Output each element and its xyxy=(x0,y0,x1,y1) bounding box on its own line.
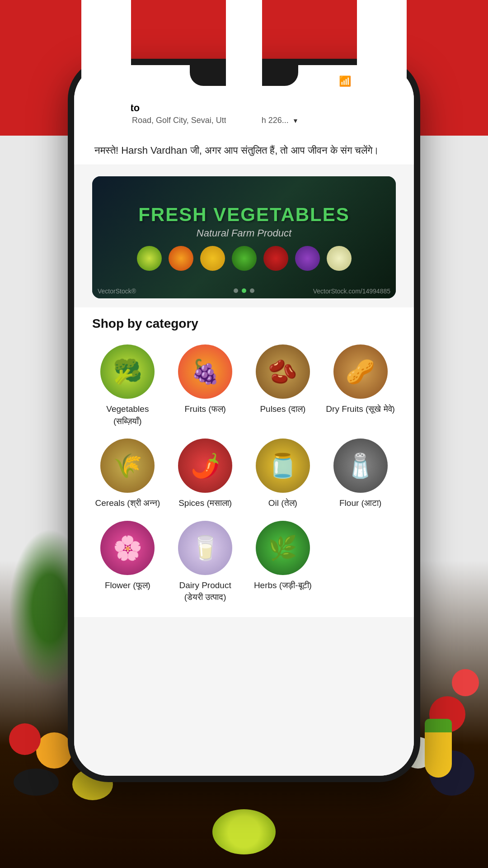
signal-icon: 📶 xyxy=(339,75,351,87)
category-img-cereals: 🌾 xyxy=(100,439,155,493)
fruit-raspberry xyxy=(452,669,479,696)
category-label-flour: Flour (आटा) xyxy=(339,497,381,509)
banner-watermark-left: VectorStock® xyxy=(98,288,136,295)
category-img-flour: 🧂 xyxy=(333,439,388,493)
category-img-dryfruits: 🥜 xyxy=(333,344,388,399)
category-icon-herbs: 🌿 xyxy=(268,536,297,560)
category-label-fruits: Fruits (फल) xyxy=(184,403,225,415)
address-dropdown-icon[interactable]: ▼ xyxy=(292,117,299,124)
category-label-oil: Oil (तेल) xyxy=(268,497,297,509)
category-img-dairy: 🥛 xyxy=(178,521,232,575)
main-scroll-area[interactable]: FRESH VEGETABLES Natural Farm Product Ve… xyxy=(74,165,414,776)
fruit-dark xyxy=(14,769,59,796)
section-title: Shop by category xyxy=(92,316,396,331)
category-icon-oil: 🫙 xyxy=(268,454,297,477)
banner-visual: FRESH VEGETABLES Natural Farm Product Ve… xyxy=(92,176,396,298)
category-icon-vegetables: 🥦 xyxy=(113,360,142,383)
category-icon-fruits: 🍇 xyxy=(191,360,220,383)
veggie-eggplant xyxy=(295,246,320,271)
category-item-oil[interactable]: 🫙Oil (तेल) xyxy=(248,439,319,509)
category-label-flower: Flower (फूल) xyxy=(105,580,150,592)
veggie-cabbage xyxy=(137,246,162,271)
awning-stripe-3 xyxy=(226,0,262,131)
category-item-fruits[interactable]: 🍇Fruits (फल) xyxy=(170,344,241,427)
category-item-vegetables[interactable]: 🥦Vegetables (सब्ज़ियाँ) xyxy=(92,344,163,427)
category-img-spices: 🌶️ xyxy=(178,439,232,493)
category-item-pulses[interactable]: 🫘Pulses (दाल) xyxy=(248,344,319,427)
category-item-dairy[interactable]: 🥛Dairy Product (डेयरी उत्पाद) xyxy=(170,521,241,604)
category-icon-flower: 🌸 xyxy=(113,536,142,560)
banner-dot-3[interactable] xyxy=(250,288,254,293)
veggie-pumpkin xyxy=(169,246,193,271)
awning-stripe-2 xyxy=(357,0,407,131)
category-icon-flour: 🧂 xyxy=(346,454,375,477)
veggie-corn xyxy=(200,246,225,271)
veggie-mushroom xyxy=(327,246,352,271)
banner-watermark-right: VectorStock.com/14994885 xyxy=(313,288,390,295)
category-label-vegetables: Vegetables (सब्ज़ियाँ) xyxy=(92,403,163,427)
veggie-green xyxy=(232,246,257,271)
category-img-pulses: 🫘 xyxy=(256,344,310,399)
category-section: Shop by category 🥦Vegetables (सब्ज़ियाँ)… xyxy=(74,307,414,617)
category-img-oil: 🫙 xyxy=(256,439,310,493)
category-label-herbs: Herbs (जड़ी-बूटी) xyxy=(254,580,312,592)
category-item-flour[interactable]: 🧂Flour (आटा) xyxy=(325,439,396,509)
pineapple xyxy=(425,719,452,778)
category-img-herbs: 🌿 xyxy=(256,521,310,575)
bottom-spacer xyxy=(74,617,414,653)
banner-dot-2[interactable] xyxy=(242,288,246,293)
fruit-orange xyxy=(36,732,72,769)
category-img-fruits: 🍇 xyxy=(178,344,232,399)
category-item-flower[interactable]: 🌸Flower (फूल) xyxy=(92,521,163,604)
category-item-cereals[interactable]: 🌾Cereals (श्री अन्न) xyxy=(92,439,163,509)
category-icon-pulses: 🫘 xyxy=(268,360,297,383)
category-label-spices: Spices (मसाला) xyxy=(178,497,232,509)
category-item-herbs[interactable]: 🌿Herbs (जड़ी-बूटी) xyxy=(248,521,319,604)
lime-center xyxy=(212,809,276,854)
phone-frame: 5:10 📶 🔋 22% Deliver to Unnamed Road, Go… xyxy=(68,59,420,782)
banner-title: FRESH VEGETABLES xyxy=(138,204,350,226)
category-img-vegetables: 🥦 xyxy=(100,344,155,399)
category-grid: 🥦Vegetables (सब्ज़ियाँ)🍇Fruits (फल)🫘Puls… xyxy=(92,344,396,604)
category-icon-dairy: 🥛 xyxy=(191,536,220,560)
category-icon-spices: 🌶️ xyxy=(191,454,220,477)
fruit-red xyxy=(9,723,41,755)
greeting-text: नमस्ते! Harsh Vardhan जी, अगर आप संतुलित… xyxy=(94,143,394,158)
category-img-flower: 🌸 xyxy=(100,521,155,575)
veggie-tomato xyxy=(263,246,288,271)
category-label-dairy: Dairy Product (डेयरी उत्पाद) xyxy=(170,580,241,604)
promo-banner[interactable]: FRESH VEGETABLES Natural Farm Product Ve… xyxy=(92,176,396,298)
awning-stripe-1 xyxy=(81,0,131,131)
category-item-dryfruits[interactable]: 🥜Dry Fruits (सूखे मेवे) xyxy=(325,344,396,427)
banner-veggies xyxy=(137,246,352,271)
banner-dots xyxy=(234,288,254,293)
category-item-spices[interactable]: 🌶️Spices (मसाला) xyxy=(170,439,241,509)
category-label-dryfruits: Dry Fruits (सूखे मेवे) xyxy=(326,403,395,415)
category-icon-dryfruits: 🥜 xyxy=(346,360,375,383)
phone-screen: 5:10 📶 🔋 22% Deliver to Unnamed Road, Go… xyxy=(74,65,414,776)
greeting-section: नमस्ते! Harsh Vardhan जी, अगर आप संतुलित… xyxy=(74,136,414,165)
category-icon-cereals: 🌾 xyxy=(113,454,142,477)
category-label-cereals: Cereals (श्री अन्न) xyxy=(95,497,160,509)
category-label-pulses: Pulses (दाल) xyxy=(260,403,305,415)
banner-subtitle: Natural Farm Product xyxy=(197,227,291,239)
banner-dot-1[interactable] xyxy=(234,288,238,293)
